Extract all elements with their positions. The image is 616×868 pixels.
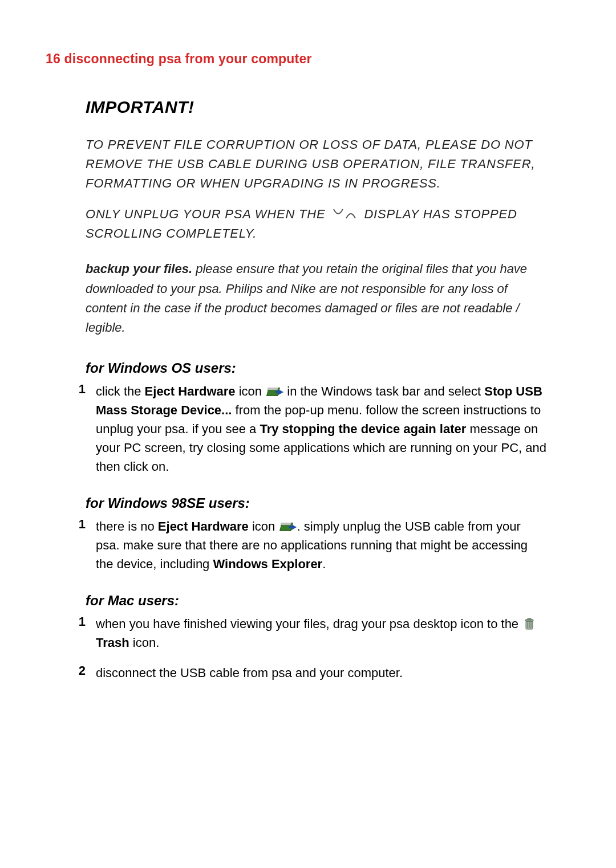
list-item: 2 disconnect the USB cable from psa and … [86, 663, 548, 682]
important-p2-a: ONLY UNPLUG YOUR PSA WHEN THE [86, 207, 326, 221]
eject-hardware-icon [279, 521, 295, 532]
trash-icon [524, 617, 534, 629]
list-item: 1 click the Eject Hardware icon in the W… [86, 382, 548, 476]
list-item: 1 when you have finished viewing your fi… [86, 614, 548, 652]
eject-hardware-icon [266, 386, 282, 397]
step-number: 1 [63, 382, 96, 397]
step-body: there is no Eject Hardware icon . simply… [96, 517, 548, 573]
scan-arcs-icon [331, 207, 358, 221]
important-paragraph-2: ONLY UNPLUG YOUR PSA WHEN THE DISPLAY HA… [86, 205, 548, 243]
page-number: 16 [46, 51, 60, 66]
list-item: 1 there is no Eject Hardware icon . simp… [86, 517, 548, 573]
mac-steps: 1 when you have finished viewing your fi… [86, 614, 548, 682]
important-paragraph-1: TO PREVENT FILE CORRUPTION OR LOSS OF DA… [86, 135, 548, 193]
mac-heading: for Mac users: [86, 593, 548, 609]
page-header: 16 disconnecting psa from your computer [46, 51, 570, 67]
important-heading: IMPORTANT! [86, 97, 548, 117]
step-number: 1 [63, 614, 96, 629]
step-number: 2 [63, 663, 96, 678]
windows-os-heading: for Windows OS users: [86, 360, 548, 376]
windows-98se-steps: 1 there is no Eject Hardware icon . simp… [86, 517, 548, 573]
page-title: disconnecting psa from your computer [64, 51, 312, 66]
svg-rect-2 [528, 618, 531, 620]
step-number: 1 [63, 517, 96, 532]
backup-paragraph: backup your files. please ensure that yo… [86, 259, 548, 337]
windows-os-steps: 1 click the Eject Hardware icon in the W… [86, 382, 548, 476]
svg-rect-1 [525, 620, 533, 621]
step-body: when you have finished viewing your file… [96, 614, 548, 652]
windows-98se-heading: for Windows 98SE users: [86, 495, 548, 511]
step-body: click the Eject Hardware icon in the Win… [96, 382, 548, 476]
backup-strong: backup your files. [86, 262, 192, 276]
step-body: disconnect the USB cable from psa and yo… [96, 663, 548, 682]
